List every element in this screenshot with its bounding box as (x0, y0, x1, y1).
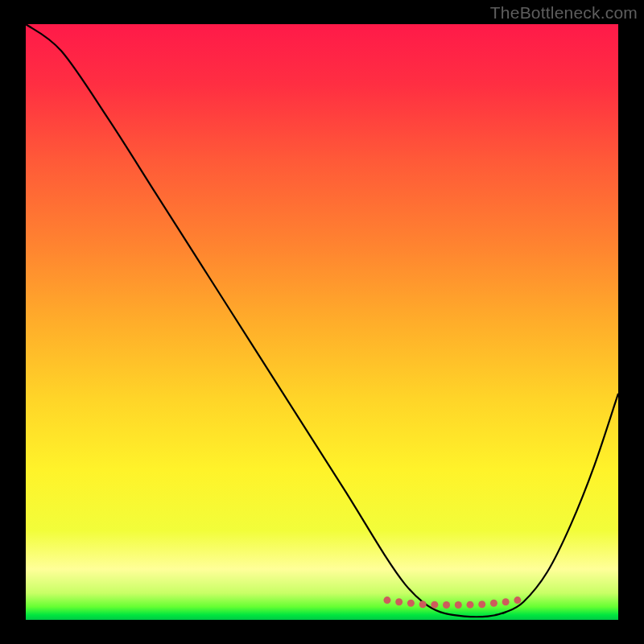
low-band-dot (490, 600, 497, 607)
low-band-dot (467, 601, 474, 609)
low-band-dot (514, 597, 521, 604)
bottleneck-chart (0, 0, 644, 644)
chart-container: TheBottleneck.com (0, 0, 644, 644)
low-band-dot (443, 601, 450, 609)
gradient-background (26, 24, 618, 620)
low-band-dot (407, 600, 415, 607)
low-band-dot (502, 598, 510, 605)
low-band-dot (419, 601, 427, 608)
low-band-dot (431, 601, 438, 609)
watermark-text: TheBottleneck.com (490, 3, 638, 23)
low-band-dot (383, 597, 390, 604)
low-band-dot (395, 598, 402, 605)
low-band-dot (455, 601, 462, 609)
low-band-dot (478, 601, 485, 608)
